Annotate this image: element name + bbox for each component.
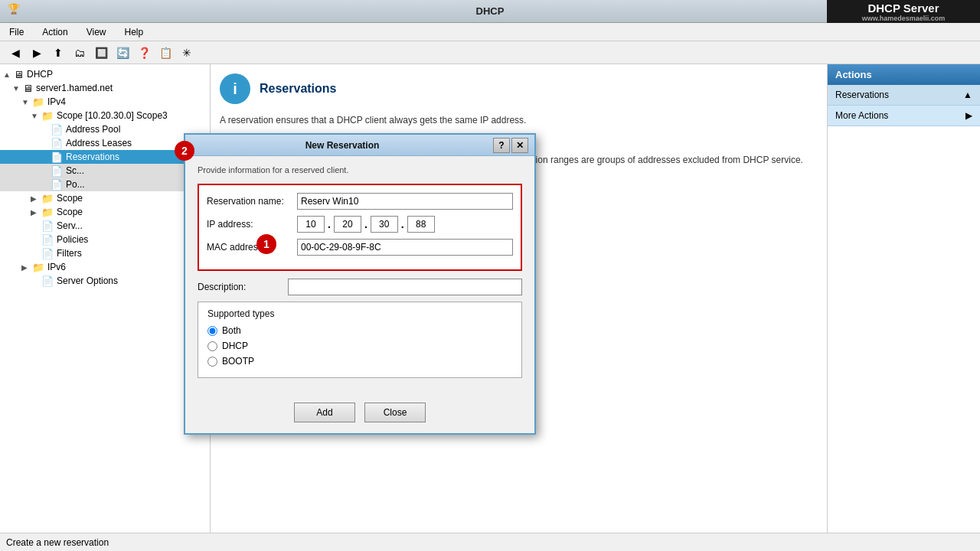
menu-view[interactable]: View <box>83 25 109 39</box>
tree-label-dhcp: DHCP <box>27 69 53 80</box>
tree-address-pool[interactable]: 📄 Address Pool <box>0 122 210 136</box>
folder-icon: 📁 <box>32 96 44 108</box>
tree-label-scope3: Scope [10.20.30.0] Scope3 <box>57 110 168 121</box>
actions-reservations[interactable]: Reservations ▲ <box>828 85 980 106</box>
mac-address-input[interactable] <box>297 239 513 256</box>
actions-expand-icon: ▲ <box>963 90 972 100</box>
supported-types-group: Supported types Both DHCP BOOTP <box>198 302 522 378</box>
menu-help[interactable]: Help <box>122 25 147 39</box>
description-input[interactable] <box>288 279 522 295</box>
badge-subtitle: www.hamedesmaelii.com <box>862 15 946 22</box>
tree-server-options[interactable]: 📄 Server Options <box>0 274 210 288</box>
toolbar-export[interactable]: 📋 <box>156 44 175 62</box>
expand-icon: ▲ <box>3 70 12 79</box>
folder-icon: 📁 <box>41 207 54 218</box>
expand-icon: ▼ <box>21 98 31 106</box>
dialog-title: New Reservation <box>191 140 493 151</box>
toolbar-forward[interactable]: ▶ <box>28 44 46 62</box>
tree-ipv6[interactable]: ▶ 📁 IPv6 <box>0 260 210 274</box>
ip-octet-4[interactable] <box>407 216 435 233</box>
actions-header: Actions <box>828 64 980 85</box>
content-header: i Reservations <box>220 73 818 104</box>
form-row-description: Description: <box>198 279 522 295</box>
expand-icon: ▶ <box>31 194 40 203</box>
window-title: DHCP <box>476 5 505 17</box>
description-label: Description: <box>198 282 282 292</box>
tree-label-policies: Policies <box>57 234 88 245</box>
tree-ipv4[interactable]: ▼ 📁 IPv4 <box>0 95 210 109</box>
doc-icon: 📄 <box>41 276 54 287</box>
ip-address-label: IP address: <box>207 219 291 230</box>
step1-badge: 1 <box>256 234 276 254</box>
tree-label-po: Po... <box>66 179 85 190</box>
actions-more[interactable]: More Actions ▶ <box>828 106 980 126</box>
reservation-name-input[interactable] <box>297 193 513 210</box>
toolbar-refresh[interactable]: 🔄 <box>113 44 132 62</box>
tree-serv[interactable]: 📄 Serv... <box>0 219 210 233</box>
form-row-ip: IP address: . . . <box>207 216 513 233</box>
app-logo: 🏆 <box>8 3 24 20</box>
tree-scope-2[interactable]: ▶ 📁 Scope <box>0 191 210 205</box>
status-bar: Create a new reservation <box>0 533 980 551</box>
tree-po[interactable]: 📄 Po... <box>0 178 210 191</box>
ip-dot-1: . <box>328 218 331 230</box>
folder-icon: 📁 <box>41 193 54 204</box>
radio-both: Both <box>207 325 512 336</box>
toolbar-help[interactable]: ❓ <box>135 44 153 62</box>
new-reservation-dialog: 2 New Reservation ? ✕ Provide informatio… <box>184 133 536 435</box>
doc-icon: 📄 <box>41 234 54 246</box>
expand-icon: ▶ <box>21 263 31 272</box>
menu-action[interactable]: Action <box>39 25 70 39</box>
add-button[interactable]: Add <box>294 403 355 422</box>
tree-label-filters: Filters <box>57 248 82 259</box>
tree-label-serv: Serv... <box>57 220 83 231</box>
actions-more-arrow-icon: ▶ <box>965 110 972 121</box>
ip-octet-3[interactable] <box>371 216 398 233</box>
toolbar-show-hide[interactable]: 🗂 <box>70 44 89 62</box>
tree-label-reservations: Reservations <box>66 152 119 162</box>
ip-dot-3: . <box>401 218 404 230</box>
toolbar-up[interactable]: ⬆ <box>49 44 67 62</box>
dialog-footer: Add Close <box>185 396 534 433</box>
toolbar-properties[interactable]: 🔲 <box>92 44 110 62</box>
tree-server[interactable]: ▼ 🖥 server1.hamed.net <box>0 81 210 95</box>
tree-label-scope2: Scope <box>57 193 83 204</box>
tree-scope-3[interactable]: ▶ 📁 Scope <box>0 205 210 219</box>
radio-bootp-label[interactable]: BOOTP <box>222 356 254 367</box>
tree-scope3[interactable]: ▼ 📁 Scope [10.20.30.0] Scope3 <box>0 109 210 122</box>
radio-both-input[interactable] <box>207 326 217 336</box>
info-icon: i <box>220 73 250 104</box>
toolbar-back[interactable]: ◀ <box>6 44 24 62</box>
mac-address-label: MAC address: <box>207 242 291 253</box>
dialog-help-button[interactable]: ? <box>493 138 510 153</box>
ip-octet-1[interactable] <box>297 216 325 233</box>
tree-label-ipv4: IPv4 <box>47 96 66 107</box>
radio-both-label[interactable]: Both <box>222 325 241 336</box>
content-text1: A reservation ensures that a DHCP client… <box>220 113 818 127</box>
expand-icon: ▼ <box>31 112 40 120</box>
radio-bootp-input[interactable] <box>207 357 217 367</box>
doc-icon: 📄 <box>51 179 63 191</box>
dialog-close-button[interactable]: ✕ <box>511 138 528 153</box>
actions-panel: Actions Reservations ▲ More Actions ▶ <box>827 64 980 533</box>
radio-dhcp-label[interactable]: DHCP <box>222 341 248 351</box>
menu-bar: File Action View Help <box>0 23 980 41</box>
dhcp-icon: 🖥 <box>14 69 24 80</box>
tree-filters[interactable]: 📄 Filters <box>0 246 210 260</box>
tree-dhcp[interactable]: ▲ 🖥 DHCP <box>0 67 210 81</box>
tree-label-address-pool: Address Pool <box>66 124 120 135</box>
radio-dhcp-input[interactable] <box>207 341 217 351</box>
toolbar-star[interactable]: ✳ <box>178 44 196 62</box>
ip-octet-2[interactable] <box>334 216 361 233</box>
menu-file[interactable]: File <box>6 25 27 39</box>
tree-label-sc: Sc... <box>66 165 84 176</box>
close-button[interactable]: Close <box>364 403 426 422</box>
folder-icon: 📁 <box>41 110 54 122</box>
folder-icon: 📁 <box>32 262 44 273</box>
doc-icon: 📄 <box>41 220 54 232</box>
badge-title: DHCP Server <box>867 2 939 15</box>
tree-sc[interactable]: 📄 Sc... <box>0 164 210 178</box>
doc-icon: 📄 <box>51 165 63 177</box>
form-row-name: Reservation name: <box>207 193 513 210</box>
tree-policies[interactable]: 📄 Policies <box>0 233 210 246</box>
